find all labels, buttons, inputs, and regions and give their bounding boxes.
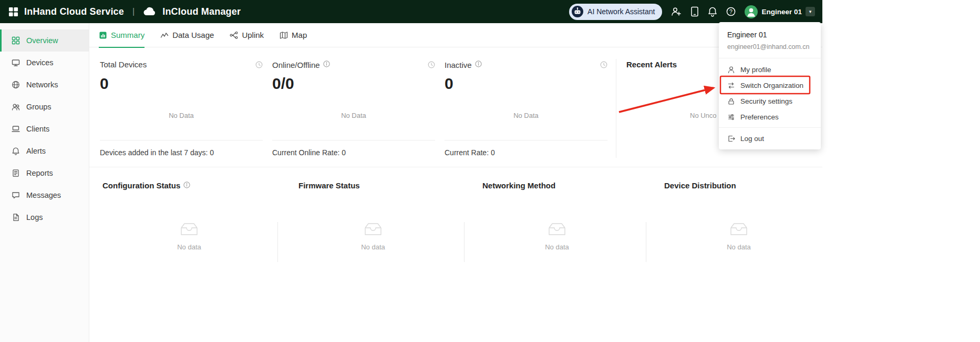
sidebar-item-logs[interactable]: Logs <box>0 206 89 228</box>
sidebar-item-label: Groups <box>26 103 51 111</box>
sidebar-item-overview[interactable]: Overview <box>0 29 89 52</box>
apps-grid-icon[interactable] <box>8 7 18 17</box>
lock-icon <box>727 97 735 105</box>
panel-title-text: Networking Method <box>482 181 555 190</box>
panel-configuration-status: Configuration Status No data <box>100 167 278 325</box>
stat-empty-text: No Data <box>445 112 607 119</box>
clock-icon[interactable] <box>255 61 263 68</box>
divider <box>616 59 616 158</box>
stat-value: 0 <box>100 75 109 93</box>
tab-summary[interactable]: Summary <box>99 23 145 47</box>
stat-empty-text: No Data <box>272 112 435 119</box>
brand-separator: | <box>132 7 135 16</box>
empty-box-icon <box>177 221 201 238</box>
sidebar-item-networks[interactable]: Networks <box>0 74 89 96</box>
sidebar-item-devices[interactable]: Devices <box>0 52 89 74</box>
menu-item-preferences[interactable]: Preferences <box>719 109 821 125</box>
sidebar-item-label: Overview <box>26 36 58 45</box>
sidebar-item-label: Reports <box>26 169 53 177</box>
panels-row: Configuration Status No data Firmware St… <box>89 167 822 325</box>
info-icon[interactable] <box>323 60 330 69</box>
divider <box>719 127 821 128</box>
panel-title-text: Firmware Status <box>298 181 360 190</box>
menu-item-log-out[interactable]: Log out <box>719 130 821 146</box>
help-glyph: ? <box>730 8 733 15</box>
product-name: InHand Cloud Service <box>24 6 124 17</box>
menu-item-label: My profile <box>740 66 771 74</box>
help-icon[interactable]: ? <box>726 7 736 16</box>
invite-user-icon[interactable] <box>671 7 682 16</box>
sidebar-item-clients[interactable]: Clients <box>0 118 89 140</box>
stat-title: Inactive <box>445 61 472 69</box>
stat-card-total-devices: Total Devices 0 No Data Devices added in… <box>100 47 263 167</box>
sidebar-item-label: Messages <box>26 191 61 199</box>
topbar: InHand Cloud Service | InCloud Manager A… <box>0 0 822 23</box>
user-email: engineer01@inhand.com.cn <box>727 42 812 52</box>
menu-item-switch-organization[interactable]: Switch Organization <box>719 77 821 93</box>
switch-icon <box>727 82 735 89</box>
empty-state: No data <box>284 221 462 251</box>
divider <box>464 222 465 262</box>
menu-item-label: Log out <box>740 135 764 143</box>
sidebar-item-reports[interactable]: Reports <box>0 162 89 184</box>
clock-icon[interactable] <box>600 61 607 68</box>
menu-item-label: Preferences <box>740 113 779 121</box>
user-dropdown-menu: Engineer 01 engineer01@inhand.com.cn My … <box>719 22 821 149</box>
stat-footer: Current Rate: 0 <box>445 148 495 157</box>
sidebar-item-label: Alerts <box>26 147 46 155</box>
stat-title: Online/Offline <box>272 61 320 69</box>
empty-state: No data <box>100 221 278 251</box>
chevron-down-icon[interactable]: ▾ <box>806 7 815 16</box>
stat-empty-text: No Data <box>100 112 263 119</box>
empty-box-icon <box>361 221 385 238</box>
preferences-icon <box>727 113 735 121</box>
stat-value: 0/0 <box>272 75 294 93</box>
panel-firmware-status: Firmware Status No data <box>284 167 462 325</box>
empty-box-icon <box>545 221 569 238</box>
cloud-logo-icon <box>143 7 157 16</box>
clock-icon[interactable] <box>428 61 435 68</box>
tab-uplink[interactable]: Uplink <box>230 23 264 47</box>
ai-assistant-button[interactable]: AI Network Assistant <box>569 4 662 20</box>
panel-title-text: Device Distribution <box>664 181 736 190</box>
app-window: InHand Cloud Service | InCloud Manager A… <box>0 0 822 342</box>
no-data-text: No data <box>284 243 462 251</box>
ai-assistant-label: AI Network Assistant <box>587 7 655 16</box>
user-dropdown-list: My profile Switch Organization Security … <box>719 58 821 146</box>
no-data-text: No data <box>468 243 646 251</box>
divider <box>277 222 278 262</box>
menu-item-my-profile[interactable]: My profile <box>719 62 821 77</box>
divider <box>100 140 263 140</box>
tab-data-usage[interactable]: Data Usage <box>160 23 214 47</box>
user-menu-trigger[interactable]: Engineer 01 ▾ <box>745 5 815 18</box>
topbar-actions: AI Network Assistant ? <box>569 4 815 20</box>
mobile-app-icon[interactable] <box>690 6 699 17</box>
sidebar-item-label: Networks <box>26 81 58 89</box>
sidebar: Overview Devices Networks Groups Clients… <box>0 23 89 342</box>
menu-item-security-settings[interactable]: Security settings <box>719 93 821 109</box>
app-name: InCloud Manager <box>162 6 241 17</box>
stat-card-online-offline: Online/Offline 0/0 No Data Current Onlin… <box>272 47 435 167</box>
tab-label: Data Usage <box>172 31 214 39</box>
info-icon[interactable] <box>475 60 482 69</box>
tabbar: Summary Data Usage Uplink Map <box>89 23 822 47</box>
tab-map[interactable]: Map <box>280 23 307 47</box>
sidebar-item-alerts[interactable]: Alerts <box>0 140 89 162</box>
robot-icon <box>572 6 583 17</box>
divider <box>272 140 435 140</box>
panel-networking-method: Networking Method No data <box>468 167 646 325</box>
divider <box>445 140 607 140</box>
no-data-text: No data <box>649 243 828 251</box>
sidebar-item-label: Devices <box>26 58 54 67</box>
sidebar-item-groups[interactable]: Groups <box>0 96 89 118</box>
stat-title: Total Devices <box>100 60 147 69</box>
profile-icon <box>727 66 735 74</box>
info-icon[interactable] <box>183 181 190 190</box>
screen: InHand Cloud Service | InCloud Manager A… <box>0 0 980 342</box>
sidebar-item-messages[interactable]: Messages <box>0 184 89 206</box>
divider <box>646 222 646 262</box>
notifications-bell-icon[interactable] <box>708 6 717 17</box>
stat-footer: Devices added in the last 7 days: 0 <box>100 148 214 157</box>
user-display-name: Engineer 01 <box>727 29 812 40</box>
tab-label: Summary <box>111 31 145 39</box>
